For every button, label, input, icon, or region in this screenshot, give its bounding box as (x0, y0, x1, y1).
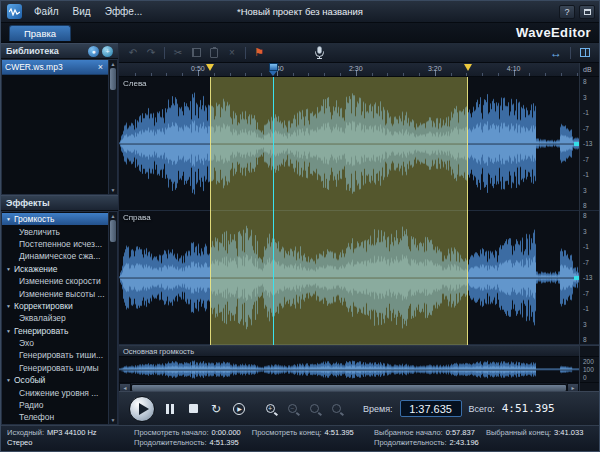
ruler-minor-tick (151, 73, 152, 76)
expand-icon[interactable]: ▼ (6, 303, 11, 309)
total-value: 4:51.395 (502, 402, 555, 415)
effect-item-3[interactable]: Динамическое сжа... (2, 250, 108, 262)
stop-button[interactable] (185, 401, 201, 417)
ruler-minor-tick (466, 73, 467, 76)
record-button[interactable] (311, 45, 327, 61)
selection-start-marker[interactable] (206, 64, 214, 71)
scroll-down-icon[interactable]: ▼ (111, 187, 116, 193)
main-area: ↶ ↷ ✂ × ⚑ ↔ (119, 43, 599, 425)
effect-item-1[interactable]: Увеличить (2, 225, 108, 237)
marker-button[interactable]: ⚑ (251, 45, 267, 61)
globe-icon[interactable]: ● (88, 46, 99, 57)
source-label: Исходный: (7, 428, 44, 438)
ruler-minor-tick (387, 73, 388, 76)
toolbar-separator (570, 47, 571, 59)
effect-item-14[interactable]: Снижение уровня ... (2, 386, 108, 398)
cut-button[interactable]: ✂ (170, 45, 186, 61)
expand-icon[interactable]: ▼ (6, 328, 11, 334)
time-display: 1:37.635 (400, 400, 462, 417)
fit-view-button[interactable] (577, 45, 593, 61)
db-value: 3 (583, 228, 599, 235)
effect-item-6[interactable]: Изменение высоты ... (2, 287, 108, 299)
library-file[interactable]: CWER.ws.mp3× (2, 60, 108, 75)
redo-button[interactable]: ↷ (143, 45, 159, 61)
effect-item-11[interactable]: Генерировать тиши... (2, 349, 108, 361)
effect-item-7[interactable]: ▼Корректировки (2, 300, 108, 312)
delete-button[interactable]: × (224, 45, 240, 61)
db-value: -1 (583, 171, 599, 178)
undo-button[interactable]: ↶ (125, 45, 141, 61)
expand-icon[interactable]: ▼ (6, 377, 11, 383)
effect-item-0[interactable]: ▼Громкость (2, 213, 108, 225)
track-level-handle[interactable] (574, 142, 579, 146)
maximize-button[interactable] (579, 5, 595, 19)
play-selection-button[interactable]: ▶ (231, 401, 247, 417)
library-scrollbar[interactable]: ▲ ▼ (108, 60, 117, 194)
menu-bar: ФайлВидЭффе... (27, 4, 149, 19)
ruler-minor-tick (245, 73, 246, 76)
paste-button[interactable] (206, 45, 222, 61)
effects-header: Эффекты (1, 195, 118, 211)
db-value: -1 (583, 243, 599, 250)
db-value: -1 (583, 109, 599, 116)
zoom-out-button[interactable]: − (284, 401, 300, 417)
help-button[interactable]: ? (559, 5, 575, 19)
db-scale-right: 83-1-7-13-7-138 (580, 211, 599, 345)
track-level-handle[interactable] (574, 276, 579, 280)
effect-label: Искажение (14, 264, 58, 274)
expand-icon[interactable]: ▼ (6, 216, 11, 222)
effect-item-10[interactable]: Эхо (2, 337, 108, 349)
tab-edit[interactable]: Правка (9, 25, 71, 41)
ruler-minor-tick (214, 73, 215, 76)
menu-view[interactable]: Вид (66, 4, 98, 19)
effect-item-15[interactable]: Радио (2, 399, 108, 411)
pause-button[interactable] (162, 401, 178, 417)
app-icon (7, 4, 22, 19)
db-scale-column: dB 83-1-7-13-7-138 83-1-7-13-7-138 20010… (579, 63, 599, 391)
effect-item-12[interactable]: Генерировать шумы (2, 362, 108, 374)
zoom-all-button[interactable] (328, 401, 344, 417)
volume-track-header[interactable]: Основная громкость (119, 345, 579, 356)
copy-button[interactable] (188, 45, 204, 61)
effects-scroll-thumb[interactable] (110, 220, 116, 242)
import-icon[interactable]: + (102, 46, 113, 57)
status-bar: Исходный: MP3 44100 Hz Стерео Просмотрет… (1, 425, 599, 451)
playhead-line[interactable] (273, 77, 274, 345)
effect-item-13[interactable]: ▼Особый (2, 374, 108, 386)
loop-button[interactable]: ↻ (208, 401, 224, 417)
sel-end-value: 3:41.033 (554, 428, 583, 438)
scroll-up-icon[interactable]: ▲ (111, 213, 116, 219)
effects-scrollbar[interactable]: ▲ ▼ (108, 212, 117, 424)
effect-label: Радио (19, 400, 44, 410)
effect-item-2[interactable]: Постепенное исчез... (2, 238, 108, 250)
timeline-ruler[interactable]: 0:501:402:303:204:10 (119, 63, 579, 77)
effect-item-9[interactable]: ▼Генерировать (2, 325, 108, 337)
effect-item-16[interactable]: Телефон (2, 411, 108, 423)
scroll-mode-button[interactable]: ↔ (548, 45, 564, 61)
ruler-tick-label: 3:20 (428, 65, 442, 72)
volume-waveform-canvas[interactable] (119, 357, 579, 382)
playhead-marker-tip (269, 71, 277, 76)
toolbar-separator (245, 47, 246, 59)
window-controls: ? (559, 5, 595, 19)
library-scroll-thumb[interactable] (110, 68, 116, 90)
marker-flag-icon: ⚑ (254, 46, 264, 59)
menu-effects[interactable]: Эффе... (98, 4, 150, 19)
expand-icon[interactable]: ▼ (6, 266, 11, 272)
effect-item-4[interactable]: ▼Искажение (2, 263, 108, 275)
playhead-marker[interactable] (269, 63, 278, 76)
zoom-in-button[interactable]: + (262, 401, 278, 417)
selection-end-marker[interactable] (464, 64, 472, 71)
effect-item-8[interactable]: Эквалайзер (2, 312, 108, 324)
view-start-value: 0:00.000 (212, 428, 241, 438)
scroll-up-icon[interactable]: ▲ (111, 61, 116, 67)
cut-icon: ✂ (174, 47, 182, 58)
volume-track-lane[interactable] (119, 356, 579, 382)
zoom-selection-button[interactable] (306, 401, 322, 417)
remove-file-icon[interactable]: × (96, 62, 105, 72)
scroll-down-icon[interactable]: ▼ (111, 417, 116, 423)
menu-file[interactable]: Файл (27, 4, 66, 19)
selection-region[interactable] (210, 77, 468, 345)
effect-item-5[interactable]: Изменение скорости (2, 275, 108, 287)
play-button[interactable] (129, 396, 155, 422)
